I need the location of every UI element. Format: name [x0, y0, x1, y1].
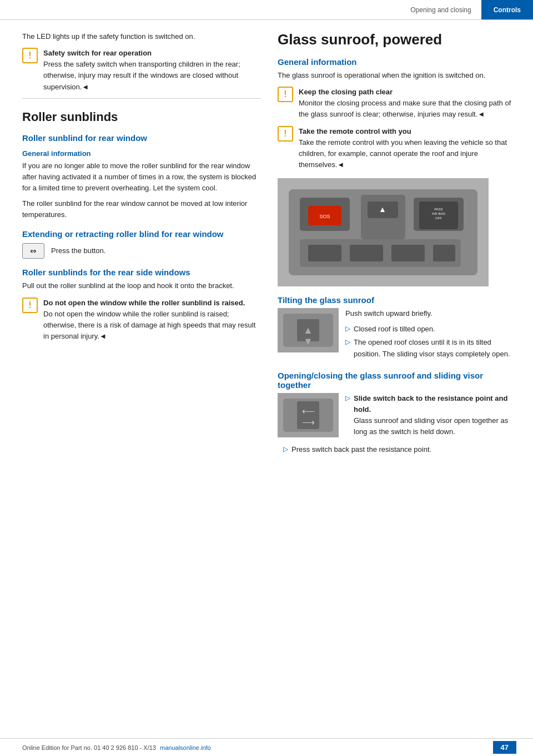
tilt-switch-image: ▲ ▼ — [278, 308, 339, 352]
open-close-bullet2-text: Press switch back past the resistance po… — [291, 444, 431, 455]
open-close-text-block: ▷ Slide switch back to the resistance po… — [345, 393, 516, 440]
page-header: Opening and closing Controls — [0, 0, 533, 20]
open-close-switch-image: ⟵ ⟶ — [278, 393, 339, 437]
intro-text: The LED lights up if the safety function… — [22, 31, 261, 42]
tilting-text-block: Push switch upward briefly. ▷ Closed roo… — [345, 308, 516, 362]
main-content: The LED lights up if the safety function… — [0, 20, 533, 468]
svg-text:▲: ▲ — [303, 325, 313, 336]
svg-rect-15 — [350, 245, 383, 261]
tab-opening-closing-label: Opening and closing — [410, 6, 471, 14]
general-info-text2: The roller sunblind for the rear window … — [22, 198, 261, 220]
warning-title-remote: Take the remote control with you — [299, 126, 516, 137]
tilting-content: ▲ ▼ Push switch upward briefly. ▷ Closed… — [278, 308, 516, 362]
roller-button-icon: ⇔ — [22, 243, 44, 259]
general-info-text1: If you are no longer able to move the ro… — [22, 160, 261, 194]
svg-text:PASS: PASS — [434, 208, 443, 211]
warning-body-remote: Take the remote control with you when le… — [299, 138, 507, 169]
arrow-bullet-icon-3: ▷ — [345, 394, 350, 402]
warning-icon-safety: ! — [22, 48, 38, 63]
warning-body-safety: Press the safety switch when transportin… — [43, 60, 240, 90]
arrow-bullet-icon-1: ▷ — [345, 325, 350, 332]
warning-text-remote: Take the remote control with you Take th… — [299, 126, 516, 171]
open-close-bullet2: ▷ Press switch back past the resistance … — [283, 444, 516, 455]
warning-title-safety: Safety switch for rear operation — [43, 48, 261, 59]
rear-side-text: Pull out the roller sunblind at the loop… — [22, 280, 261, 291]
svg-text:⟶: ⟶ — [302, 417, 315, 427]
car-interior-image: SOS ▲ PASS AIR BAG OFF — [278, 178, 489, 286]
warning-icon-roller: ! — [22, 298, 38, 313]
section-title-glass-sunroof: Glass sunroof, powered — [278, 31, 516, 48]
divider — [22, 98, 261, 99]
warning-text-safety: Safety switch for rear operation Press t… — [43, 48, 261, 93]
section-title-roller: Roller sunblinds — [22, 110, 261, 124]
tilt-bullet1: ▷ Closed roof is tilted open. — [345, 324, 516, 335]
warning-title-roller: Do not open the window while the roller … — [43, 298, 261, 309]
warning-block-remote: ! Take the remote control with you Take … — [278, 126, 516, 171]
warning-text-closing-path: Keep the closing path clear Monitor the … — [299, 87, 516, 120]
footer-site: manualsonline.info — [160, 744, 211, 751]
svg-rect-14 — [308, 245, 341, 261]
press-button-label: Press the button. — [51, 245, 105, 256]
open-close-bullet1-title: Slide switch back to the resistance poin… — [354, 393, 516, 415]
car-interior-svg: SOS ▲ PASS AIR BAG OFF — [278, 178, 489, 286]
warning-text-roller: Do not open the window while the roller … — [43, 298, 261, 342]
warning-body-roller: Do not open the window while the roller … — [43, 310, 255, 340]
push-switch-text: Push switch upward briefly. — [345, 308, 516, 319]
press-button-block: ⇔ Press the button. — [22, 243, 261, 259]
subsection-opening-closing: Opening/closing the glass sunroof and sl… — [278, 371, 516, 390]
sub-general-info-left: General information — [22, 149, 261, 158]
tilt-bullet2: ▷ The opened roof closes until it is in … — [345, 337, 516, 359]
svg-text:⟵: ⟵ — [302, 406, 315, 416]
subsection-roller-rear: Roller sunblind for rear window — [22, 133, 261, 143]
tab-controls[interactable]: Controls — [481, 0, 533, 19]
arrow-bullet-icon-2: ▷ — [345, 338, 350, 346]
warning-block-safety-switch: ! Safety switch for rear operation Press… — [22, 48, 261, 93]
warning-title-closing: Keep the closing path clear — [299, 87, 516, 98]
svg-text:SOS: SOS — [319, 214, 330, 219]
warning-body-closing: Monitor the closing process and make sur… — [299, 99, 511, 118]
subsection-general-info-right: General information — [278, 57, 516, 67]
opening-closing-content: ⟵ ⟶ ▷ Slide switch back to the resistanc… — [278, 393, 516, 440]
subsection-extending: Extending or retracting roller blind for… — [22, 229, 261, 239]
tab-controls-label: Controls — [494, 6, 521, 14]
svg-text:OFF: OFF — [435, 216, 442, 220]
open-close-bullet1: ▷ Slide switch back to the resistance po… — [345, 393, 516, 438]
svg-text:▲: ▲ — [379, 205, 386, 214]
left-column: The LED lights up if the safety function… — [22, 31, 261, 457]
tab-opening-closing[interactable]: Opening and closing — [400, 0, 481, 19]
footer-copyright: Online Edition for Part no. 01 40 2 926 … — [22, 744, 211, 751]
subsection-rear-side: Roller sunblinds for the rear side windo… — [22, 268, 261, 277]
warning-block-roller: ! Do not open the window while the rolle… — [22, 298, 261, 342]
open-close-bullet1-body: Glass sunroof and sliding visor open tog… — [354, 416, 508, 436]
svg-rect-9 — [419, 201, 458, 229]
open-close-bullet1-content: Slide switch back to the resistance poin… — [354, 393, 516, 438]
glass-sunroof-general-text: The glass sunroof is operational when th… — [278, 70, 516, 81]
right-column: Glass sunroof, powered General informati… — [278, 31, 516, 457]
warning-icon-remote: ! — [278, 126, 293, 142]
tilt-bullet1-text: Closed roof is tilted open. — [354, 324, 435, 335]
footer-page-number: 47 — [493, 741, 516, 754]
svg-rect-16 — [391, 245, 425, 261]
tilt-bullet2-text: The opened roof closes until it is in it… — [354, 337, 516, 359]
warning-block-closing-path: ! Keep the closing path clear Monitor th… — [278, 87, 516, 120]
subsection-tilting: Tilting the glass sunroof — [278, 295, 516, 305]
warning-icon-closing-path: ! — [278, 87, 293, 102]
footer-copyright-text: Online Edition for Part no. 01 40 2 926 … — [22, 744, 156, 751]
svg-text:▼: ▼ — [303, 336, 313, 347]
page-footer: Online Edition for Part no. 01 40 2 926 … — [0, 738, 533, 756]
arrow-bullet-icon-4: ▷ — [283, 445, 288, 453]
svg-text:AIR BAG: AIR BAG — [432, 212, 446, 215]
svg-rect-17 — [433, 245, 455, 261]
